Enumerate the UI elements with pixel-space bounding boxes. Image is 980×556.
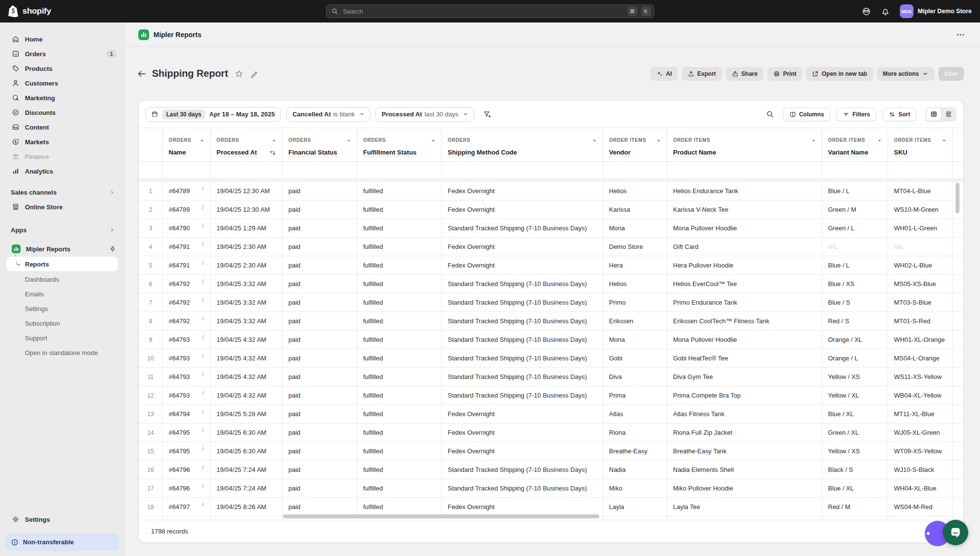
notifications-bell-icon[interactable] [881,7,890,16]
table-row[interactable]: 3#64790i19/04/25 1:29 AMpaidfulfilledSta… [139,219,963,238]
column-header-sku[interactable]: SKU [888,144,953,161]
account-menu[interactable]: MDS Mipler Demo Store [900,4,972,18]
table-row[interactable]: 18#64797i19/04/25 8:26 AMpaidfulfilledFe… [139,498,963,516]
horizontal-scrollbar-thumb[interactable] [283,514,599,518]
column-header-financial-status[interactable]: Financial Status [283,144,357,161]
filter-cell[interactable] [283,162,357,178]
table-row[interactable]: 8#64792i19/04/25 3:32 AMpaidfulfilledSta… [139,312,963,331]
export-button[interactable]: Export [682,67,722,81]
sidebar-item-settings[interactable]: Settings [4,512,120,526]
column-header-processed-at[interactable]: Processed At [211,144,283,161]
search-input[interactable] [342,7,624,16]
sidebar-item-products[interactable]: Products [4,62,120,75]
column-group-shipping-method-code[interactable]: ORDERS [442,128,603,144]
table-row[interactable]: 2#64789i19/04/25 12:30 AMpaidfulfilledFe… [139,200,963,219]
table-view-toggle[interactable] [926,108,941,121]
rename-pencil-icon[interactable] [250,69,259,78]
info-icon[interactable]: i [201,204,203,210]
filter-cell[interactable] [603,162,667,178]
filter-cell[interactable] [357,162,442,178]
info-icon[interactable]: i [201,279,203,284]
sidebar-item-home[interactable]: Home [4,32,120,46]
app-subnav-dashboards[interactable]: Dashboards [6,272,118,286]
column-header-variant-name[interactable]: Variant Name [822,144,888,161]
app-subnav-emails[interactable]: Emails [6,287,118,301]
info-icon[interactable]: i [201,483,203,489]
info-icon[interactable]: i [201,446,203,451]
column-header-fulfillment-status[interactable]: Fulfillment Status [357,144,442,161]
info-icon[interactable]: i [201,186,203,191]
columns-button[interactable]: Columns [783,108,830,121]
sidebar-item-online-store[interactable]: Online Store [4,200,120,214]
app-subnav-reports[interactable]: Reports [6,257,118,271]
app-subnav-support[interactable]: Support [6,331,118,345]
column-header-vendor[interactable]: Vendor [603,144,667,161]
sort-button[interactable]: Sort [882,108,916,121]
info-icon[interactable]: i [201,409,203,414]
pin-icon[interactable] [109,245,116,253]
app-subnav-open-in-standalone-mode[interactable]: Open in standalone mode [6,346,118,359]
more-actions-button[interactable]: More actions [877,67,935,81]
filter-cell[interactable] [667,162,822,178]
back-arrow-icon[interactable] [136,68,147,79]
column-group-sku[interactable]: ORDER ITEMS [888,128,953,144]
column-group-product-name[interactable]: ORDER ITEMS [667,128,822,144]
vertical-scrollbar-thumb[interactable] [956,183,959,213]
column-group-processed-at[interactable]: ORDERS [211,128,283,144]
info-icon[interactable]: i [201,297,203,303]
sidebar-item-finance[interactable]: Finance [4,150,120,163]
column-header-product-name[interactable]: Product Name [667,144,822,161]
filter-cell[interactable] [163,162,211,178]
info-icon[interactable]: i [201,260,203,266]
sidebar-item-discounts[interactable]: Discounts [4,106,120,119]
app-subnav-settings[interactable]: Settings [6,302,118,315]
table-row[interactable]: 5#64791i19/04/25 2:30 AMpaidfulfilledFed… [139,256,963,275]
column-header-name[interactable]: Name [163,144,211,161]
sidebar-item-analytics[interactable]: Analytics [4,164,120,178]
table-row[interactable]: 10#64793i19/04/25 4:32 AMpaidfulfilledSt… [139,349,963,368]
table-row[interactable]: 4#64791i19/04/25 2:30 AMpaidfulfilledFed… [139,238,963,256]
filter-cell[interactable] [822,162,888,178]
processed-at-filter-pill[interactable]: Processed Atlast 30 days [375,107,474,122]
info-icon[interactable]: i [201,223,203,228]
info-icon[interactable]: i [201,465,203,470]
table-row[interactable]: 7#64792i19/04/25 3:32 AMpaidfulfilledSta… [139,293,963,312]
save-button[interactable]: Save [938,67,964,81]
sidebar-item-marketing[interactable]: Marketing [4,91,120,105]
sidekick-icon[interactable] [862,7,871,16]
shopify-logo[interactable]: shopify [0,5,51,18]
column-group-name[interactable]: ORDERS [163,128,211,144]
column-header-shipping-method-code[interactable]: Shipping Method Code [442,144,603,161]
sidebar-section-sales-channels[interactable]: Sales channels [4,185,120,199]
info-icon[interactable]: i [201,427,203,433]
app-subnav-subscription[interactable]: Subscription [6,316,118,330]
open-in-new-tab-button[interactable]: Open in new tab [806,67,873,81]
table-row[interactable]: 13#64794i19/04/25 5:28 AMpaidfulfilledFe… [139,405,963,423]
info-icon[interactable]: i [201,334,203,340]
info-icon[interactable]: i [201,502,203,507]
filter-cell[interactable] [888,162,953,178]
global-search[interactable]: ⌘ K [326,4,654,18]
column-group-financial-status[interactable]: ORDERS [283,128,357,144]
sidebar-item-markets[interactable]: Markets [4,135,120,149]
column-group-vendor[interactable]: ORDER ITEMS [603,128,667,144]
sidebar-item-customers[interactable]: Customers [4,76,120,90]
filter-cell[interactable] [442,162,603,178]
info-icon[interactable]: i [201,353,203,358]
cancelled-at-filter-pill[interactable]: Cancelled Atis blank [286,107,370,122]
table-row[interactable]: 11#64793i19/04/25 4:32 AMpaidfulfilledSt… [139,368,963,386]
table-row[interactable]: 14#64795i19/04/25 6:30 AMpaidfulfilledFe… [139,423,963,442]
table-search-icon[interactable] [766,110,774,118]
ai-button[interactable]: AI [651,67,678,81]
more-options-icon[interactable] [956,30,965,40]
favorite-star-icon[interactable] [235,69,243,78]
table-row[interactable]: 16#64796i19/04/25 7:24 AMpaidfulfilledSt… [139,461,963,479]
table-row[interactable]: 15#64795i19/04/25 6:30 AMpaidfulfilledFe… [139,442,963,461]
sidebar-item-mipler-reports[interactable]: Mipler Reports [4,242,120,256]
chat-launcher[interactable] [943,520,968,545]
table-row[interactable]: 12#64793i19/04/25 4:32 AMpaidfulfilledSt… [139,386,963,405]
share-button[interactable]: Share [726,67,763,81]
sidebar-section-apps[interactable]: Apps [4,223,120,237]
add-filter-icon[interactable] [483,110,492,119]
sidebar-item-content[interactable]: Content [4,120,120,134]
